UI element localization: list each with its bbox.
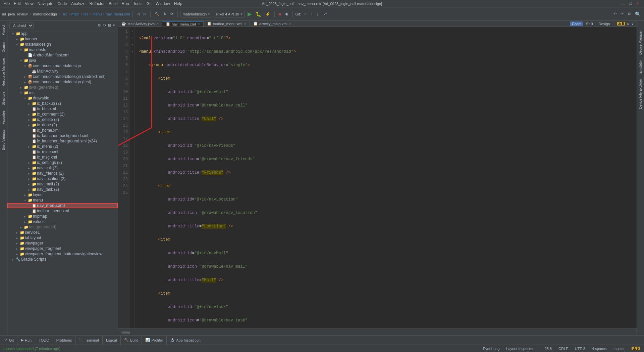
tree-item-java-generated[interactable]: ▸ 📁 java (generated) xyxy=(7,85,118,90)
tree-item-ic-settings[interactable]: ▸ 📁 ic_settings (2) xyxy=(7,160,118,165)
expand-editor-btn[interactable]: ∨ xyxy=(631,21,635,27)
device-manager-btn[interactable]: Device Manager xyxy=(638,28,643,57)
menu-file[interactable]: File xyxy=(1,1,12,6)
tree-item-app[interactable]: ▾ 📁 app xyxy=(7,31,118,36)
redo-btn[interactable]: ↷ xyxy=(619,11,625,17)
git-branch-btn[interactable]: ⎇ xyxy=(321,11,328,17)
event-log-btn[interactable]: Event Log xyxy=(482,347,501,351)
tree-item-toolbar-menu-xml[interactable]: 📋 toolbar_menu.xml xyxy=(7,208,118,214)
breadcrumb-file[interactable]: nav_menu.xml xyxy=(106,12,130,16)
tree-item-ic-mine[interactable]: 📋 ic_mine.xml xyxy=(7,149,118,155)
git-push-btn[interactable]: ↑ xyxy=(310,11,314,17)
layout-inspector-btn[interactable]: Layout Inspector xyxy=(505,347,535,351)
breadcrumb-menu[interactable]: menu xyxy=(93,12,102,16)
maximize-btn[interactable]: ❐ xyxy=(628,1,634,6)
view-mode-split-btn[interactable]: Split xyxy=(584,21,595,26)
tree-item-ic-msg[interactable]: 📋 ic_msg.xml xyxy=(7,155,118,160)
close-btn[interactable]: ✕ xyxy=(635,1,641,6)
emulator-btn[interactable]: Emulator xyxy=(638,57,643,76)
bottom-tab-app-inspection[interactable]: 🔬 App Inspection xyxy=(167,336,204,345)
tree-item-viewpager-fragment[interactable]: ▸ 📁 viewpager_fragment xyxy=(7,246,118,251)
tab-nav-menu[interactable]: 📋 nav_menu.xml ✕ xyxy=(162,21,204,27)
debug-btn[interactable]: 🐛 xyxy=(254,11,263,17)
menu-git[interactable]: Git xyxy=(145,1,154,6)
tree-item-layout[interactable]: ▸ 📁 layout xyxy=(7,192,118,197)
project-view-dropdown[interactable]: Android xyxy=(9,22,34,29)
tree-item-values[interactable]: ▸ 📁 values xyxy=(7,219,118,224)
tree-item-package-test[interactable]: ▸ 📦 com.hnucm.materialdesign (test) xyxy=(7,79,118,85)
breadcrumb-res[interactable]: res xyxy=(84,12,89,16)
tree-item-res-generated[interactable]: ▸ 📁 res (generated) xyxy=(7,224,118,230)
menu-window[interactable]: Window xyxy=(154,1,172,6)
tree-item-nav-location[interactable]: ▸ 📁 nav_location (2) xyxy=(7,176,118,181)
tree-item-manifests[interactable]: ▾ 📁 manifests xyxy=(7,47,118,52)
tree-item-ic-bbs[interactable]: 📋 ic_bbs.xml xyxy=(7,106,118,112)
bottom-tab-run[interactable]: ▶ Run xyxy=(17,336,35,345)
tree-item-nav-call[interactable]: ▸ 📁 nav_call (2) xyxy=(7,165,118,171)
tree-item-nav-mail[interactable]: ▸ 📁 nav_mail (2) xyxy=(7,181,118,187)
tree-item-ic-launcher-foreground[interactable]: 📋 ic_launcher_foreground.xml (v24) xyxy=(7,138,118,144)
panel-collapse-btn[interactable]: ⊟ xyxy=(107,23,112,28)
device-label[interactable]: Pixel 4 API 30 xyxy=(216,12,239,16)
bottom-tab-terminal[interactable]: ⬛ Terminal xyxy=(75,336,103,345)
build-variants-btn[interactable]: Build Variants xyxy=(1,127,6,153)
tab-toolbar-menu[interactable]: 📋 toolbar_menu.xml ✕ xyxy=(204,21,250,27)
commit-panel-btn[interactable]: Commit xyxy=(1,38,6,55)
menu-analyze[interactable]: Analyze xyxy=(69,1,88,6)
tree-item-package-android-test[interactable]: ▸ 📦 com.hnucm.materialdesign (androidTes… xyxy=(7,74,118,79)
menu-build[interactable]: Build xyxy=(107,1,120,6)
undo-btn[interactable]: ↶ xyxy=(612,11,618,17)
indent-status[interactable]: 4 spaces xyxy=(591,347,608,351)
panel-gear-btn[interactable]: ⚙ xyxy=(97,23,102,28)
warnings-status[interactable]: ⚠ 5 xyxy=(630,347,641,350)
cursor-position[interactable]: 25:8 xyxy=(543,347,553,351)
tree-item-ic-launcher-background[interactable]: 📋 ic_launcher_background.xml xyxy=(7,133,118,138)
menu-run[interactable]: Run xyxy=(120,1,131,6)
tree-item-nav-task[interactable]: ▸ 📁 nav_task (2) xyxy=(7,187,118,192)
refresh-btn[interactable]: ⟳ xyxy=(169,11,175,17)
bottom-tab-profiler[interactable]: 📊 Profiler xyxy=(142,336,167,345)
charset-status[interactable]: UTF-8 xyxy=(574,347,587,351)
tree-item-java[interactable]: ▾ 📁 java xyxy=(7,58,118,63)
bottom-tab-logcat[interactable]: Logcat xyxy=(103,336,121,345)
bottom-tab-git[interactable]: ⎇ Git xyxy=(0,336,17,345)
stop-btn[interactable]: ■ xyxy=(277,11,282,17)
git-update-btn[interactable]: ✓ xyxy=(303,11,308,17)
tree-item-nav-menu-xml[interactable]: 📋 nav_menu.xml xyxy=(7,203,118,208)
code-content[interactable]: <?xml version="1.0" encoding="utf-8"?> <… xyxy=(135,27,637,328)
menu-view[interactable]: View xyxy=(23,1,36,6)
sync-btn[interactable]: ↻ xyxy=(162,11,168,17)
tree-item-mainactivity[interactable]: ☕ MainActivity xyxy=(7,69,118,74)
menu-navigate[interactable]: Navigate xyxy=(36,1,55,6)
tree-item-viewpager-fragment-bottomnav[interactable]: ▸ 📁 viewpager_fragment_bottomnavigationv… xyxy=(7,251,118,257)
tree-item-banner[interactable]: ▸ 📁 banner xyxy=(7,36,118,42)
project-panel-btn[interactable]: Project xyxy=(1,22,6,38)
run-btn[interactable]: ▶ xyxy=(246,10,253,18)
tree-item-mipmap[interactable]: ▸ 📁 mipmap xyxy=(7,214,118,219)
attach-debugger-btn[interactable]: ⚡ xyxy=(264,11,272,17)
panel-sync-btn[interactable]: ↻ xyxy=(102,23,107,28)
menu-help[interactable]: Help xyxy=(172,1,184,6)
tab-close-activity-main[interactable]: ✕ xyxy=(289,22,291,26)
tree-item-ic-home[interactable]: 📋 ic_home.xml xyxy=(7,128,118,133)
view-mode-design-btn[interactable]: Design xyxy=(596,21,612,26)
forward-btn[interactable]: ▷ xyxy=(142,11,148,17)
build-btn[interactable]: 🔨 xyxy=(153,11,161,17)
menu-code[interactable]: Code xyxy=(55,1,69,6)
back-btn[interactable]: ◁ xyxy=(136,11,141,17)
line-ending[interactable]: CRLF xyxy=(557,347,570,351)
collapse-editor-btn[interactable]: ∧ xyxy=(626,21,630,27)
tab-activity-main[interactable]: 📋 activity_main.xml ✕ xyxy=(250,21,295,27)
tree-item-package-main[interactable]: ▾ 📦 com.hnucm.materialdesign xyxy=(7,63,118,69)
tree-item-res[interactable]: ▾ 📁 res xyxy=(7,90,118,95)
tree-item-ic-backup[interactable]: ▸ 📁 ic_backup (2) xyxy=(7,101,118,106)
search-everywhere-btn[interactable]: 🔍 xyxy=(634,11,642,17)
breadcrumb-main[interactable]: main xyxy=(71,12,79,16)
coverage-btn[interactable]: ◉ xyxy=(284,11,290,17)
tree-item-materialdesign[interactable]: ▾ 📁 materialdesign xyxy=(7,42,118,47)
tree-item-service1[interactable]: ▸ 📁 service1 xyxy=(7,230,118,235)
panel-config-btn[interactable]: ▾ xyxy=(112,23,116,28)
bottom-tab-todo[interactable]: TODO xyxy=(35,336,53,345)
device-file-explorer-btn[interactable]: Device File Explorer xyxy=(638,76,643,112)
tree-item-ic-delete[interactable]: ▸ 📁 ic_delete (2) xyxy=(7,117,118,122)
